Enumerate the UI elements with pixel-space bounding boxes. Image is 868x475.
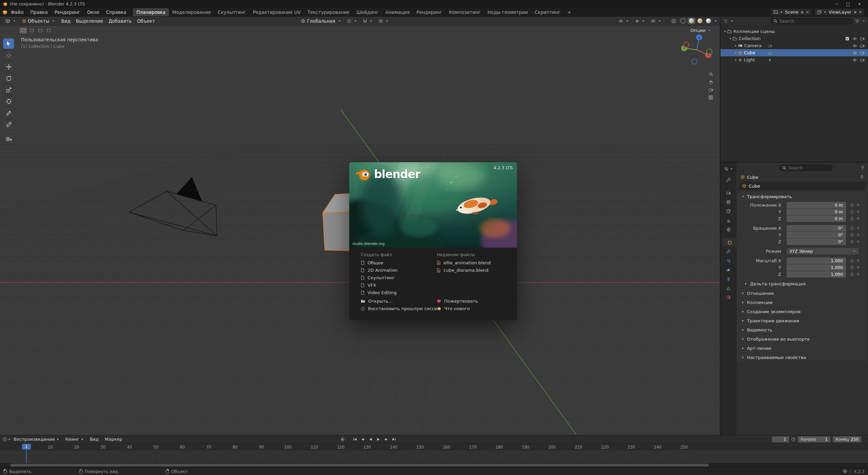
properties-tab-render[interactable] [721, 188, 736, 197]
breadcrumb-object-name[interactable]: Cube [747, 175, 758, 180]
viewlayer-selector[interactable]: ViewLayer [814, 8, 865, 16]
close-button[interactable]: × [854, 2, 865, 6]
add-workspace-button[interactable]: + [564, 8, 574, 16]
lock-icon[interactable] [850, 272, 854, 276]
editor-type-selector[interactable] [3, 18, 19, 24]
properties-tab-modifiers[interactable] [721, 247, 736, 256]
recover-session-link[interactable]: Восстановить прошлую сессию [361, 306, 431, 311]
workspace-tab-7[interactable]: Рендеринг [413, 8, 446, 16]
jump-to-start-button[interactable] [352, 436, 358, 442]
render-visibility-icon[interactable] [860, 37, 865, 41]
tool-measure-button[interactable] [3, 119, 14, 130]
properties-tab-world[interactable] [721, 225, 736, 234]
play-reverse-button[interactable] [367, 436, 374, 442]
workspace-tab-2[interactable]: Скульптинг [214, 8, 250, 16]
animate-dot-icon[interactable] [857, 240, 860, 243]
tool-scale-button[interactable] [3, 84, 14, 95]
properties-tab-output[interactable] [721, 197, 736, 207]
outliner-row-light[interactable]: Light [721, 56, 868, 63]
timeline-menu-1[interactable]: Кеинг [63, 436, 86, 442]
animate-dot-icon[interactable] [857, 210, 860, 213]
properties-section-1[interactable]: Коллекции [737, 298, 867, 307]
chevron-right-icon[interactable] [733, 44, 738, 47]
chevron-down-icon[interactable] [723, 30, 727, 33]
viewport-menu-0[interactable]: Вид [58, 18, 73, 24]
tool-move-button[interactable] [3, 61, 14, 72]
donate-link[interactable]: Пожертвовать [437, 299, 510, 304]
chevron-right-icon[interactable] [733, 51, 738, 54]
app-menu-blender-icon[interactable] [2, 10, 7, 15]
transform-scale-field-0[interactable]: 1.000 [787, 258, 846, 264]
object-name-field[interactable]: Cube [739, 182, 865, 190]
proportional-editing-toggle[interactable] [376, 18, 391, 24]
timeline-scrollbar-thumb[interactable] [10, 464, 709, 467]
menubar-menu-2[interactable]: Рендеринг [51, 8, 84, 16]
animate-dot-icon[interactable] [857, 266, 860, 269]
transform-scale-field-1[interactable]: 1.000 [787, 264, 846, 271]
properties-section-3[interactable]: Траектории движения [737, 316, 867, 325]
lock-icon[interactable] [850, 265, 854, 269]
properties-tab-material[interactable] [721, 293, 736, 302]
viewport-menu-1[interactable]: Выделение [73, 18, 106, 24]
outliner-row-camera[interactable]: Camera [721, 42, 868, 49]
new-file-item-1[interactable]: 2D Animation [361, 268, 431, 273]
chevron-right-icon[interactable] [733, 58, 738, 61]
animate-dot-icon[interactable] [857, 233, 860, 236]
lock-icon[interactable] [850, 259, 854, 263]
animate-dot-icon[interactable] [857, 273, 860, 276]
workspace-tab-6[interactable]: Анимация [382, 8, 413, 16]
transform-rotation-field-2[interactable]: 0° [787, 239, 846, 245]
select-mode-subtract-button[interactable] [36, 27, 44, 34]
lock-icon[interactable] [850, 226, 854, 230]
whats-new-link[interactable]: Что нового [437, 306, 510, 311]
properties-section-5[interactable]: Отображение во вьюпорте [737, 335, 867, 343]
properties-section-2[interactable]: Создание экземпляров [737, 307, 867, 316]
viewport-ortho-toggle-icon[interactable] [709, 95, 713, 100]
timeline-menu-3[interactable]: Маркер [102, 436, 125, 442]
workspace-tab-5[interactable]: Шейдинг [353, 8, 382, 16]
filter-funnel-icon[interactable] [855, 19, 859, 23]
workspace-tab-0[interactable]: Планировка [133, 8, 169, 16]
transform-rotation-field-0[interactable]: 0° [787, 225, 846, 231]
properties-search-input[interactable] [788, 165, 830, 170]
playhead-line[interactable] [26, 449, 27, 463]
next-keyframe-button[interactable] [383, 436, 390, 442]
play-button[interactable] [375, 436, 382, 442]
workspace-tab-9[interactable]: Ноды геометрии [484, 8, 531, 16]
menubar-menu-0[interactable]: Файл [7, 8, 27, 16]
frame-start-field[interactable]: Начало1 [798, 436, 830, 442]
pin-icon[interactable] [860, 175, 864, 179]
new-file-item-4[interactable]: Video Editing [361, 290, 431, 295]
viewport-menu-3[interactable]: Объект [134, 18, 158, 24]
workspace-tab-1[interactable]: Моделирование [169, 8, 214, 16]
eye-visibility-icon[interactable] [852, 44, 857, 48]
jump-to-end-button[interactable] [391, 436, 397, 442]
playhead[interactable]: 1 [22, 444, 31, 450]
tool-add-cube-button[interactable] [3, 134, 14, 144]
properties-tab-particles[interactable] [721, 256, 736, 265]
timeline-body[interactable]: 1020304050607080901001101201301401501601… [0, 443, 868, 467]
snapping-toggle[interactable] [360, 18, 375, 24]
animate-dot-icon[interactable] [857, 259, 860, 262]
outliner-editor-icon[interactable] [723, 19, 728, 23]
lock-icon[interactable] [850, 240, 854, 244]
shading-material-button[interactable] [696, 18, 704, 24]
viewport-zoom-icon[interactable] [709, 72, 713, 76]
timeline-ruler[interactable]: 1020304050607080901001101201301401501601… [0, 443, 868, 450]
timeline-scrollbar[interactable] [0, 463, 868, 467]
tool-transform-button[interactable] [3, 96, 14, 107]
menubar-menu-1[interactable]: Правка [27, 8, 51, 16]
mode-selector[interactable]: Объекты [19, 18, 58, 24]
select-mode-extend-button[interactable] [28, 27, 36, 34]
frame-end-field[interactable]: Конец250 [833, 436, 861, 442]
tool-rotate-button[interactable] [3, 73, 14, 83]
workspace-tab-10[interactable]: Скриптинг [531, 8, 564, 16]
menubar-menu-4[interactable]: Справка [103, 8, 130, 16]
outliner-row-cube[interactable]: Cube [721, 49, 868, 56]
new-file-item-0[interactable]: Общее [361, 260, 431, 265]
menubar-menu-3[interactable]: Окно [84, 8, 103, 16]
recent-file-item-0[interactable]: ellie_animation.blend [437, 260, 510, 265]
properties-search[interactable] [779, 165, 833, 171]
render-visibility-icon[interactable] [860, 44, 865, 48]
timeline-menu-0[interactable]: Воспроизведение [11, 436, 62, 442]
